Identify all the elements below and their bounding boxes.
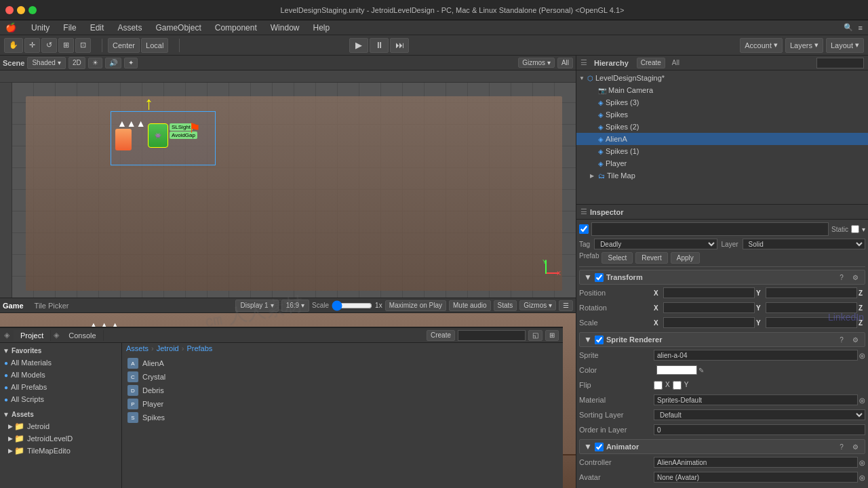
play-button[interactable]: ▶: [349, 38, 368, 53]
project-tab[interactable]: Project: [14, 330, 51, 341]
scale-x[interactable]: 1: [663, 317, 755, 328]
tile-picker-tab[interactable]: Tile Picker: [35, 302, 69, 310]
avatar-obj-icon[interactable]: ◎: [859, 474, 865, 481]
hierarchy-create[interactable]: Create: [637, 58, 665, 68]
scale-slider[interactable]: [332, 301, 372, 310]
hier-item-leveldesign[interactable]: ▼ ⬡ LevelDesignStaging*: [576, 72, 868, 84]
hier-item-spikes1[interactable]: ◈ Spikes (1): [576, 145, 868, 157]
account-dropdown[interactable]: Account ▾: [740, 38, 783, 53]
menu-assets[interactable]: Assets: [115, 22, 144, 34]
pause-button[interactable]: ⏸: [370, 38, 389, 53]
mute-btn[interactable]: Mute audio: [449, 300, 490, 311]
center-button[interactable]: Center: [108, 38, 140, 53]
color-swatch[interactable]: [656, 365, 697, 375]
aspect-dropdown[interactable]: 16:9 ▾: [281, 300, 309, 312]
search-icon[interactable]: 🔍: [844, 23, 853, 32]
layer-dropdown[interactable]: Solid: [743, 239, 865, 249]
menu-window[interactable]: Window: [268, 22, 302, 34]
rotation-x[interactable]: 0: [663, 302, 755, 313]
menu-unity[interactable]: Unity: [28, 22, 52, 34]
stats-btn[interactable]: Stats: [494, 300, 517, 311]
step-button[interactable]: ⏭: [390, 38, 409, 53]
controller-input[interactable]: [654, 457, 858, 468]
minimize-button[interactable]: [17, 6, 25, 14]
sprite-check[interactable]: [595, 336, 604, 344]
favorites-header[interactable]: ▼ Favorites: [0, 344, 121, 357]
proj-icon-btn-2[interactable]: ⊞: [545, 330, 559, 341]
controller-obj-icon[interactable]: ◎: [859, 459, 865, 466]
transform-icon-1[interactable]: ?: [836, 272, 847, 283]
assets-header[interactable]: ▼ Assets: [0, 408, 121, 420]
hier-item-tilemap[interactable]: ▶ 🗂 Tile Map: [576, 169, 868, 182]
rotation-y[interactable]: 0: [766, 302, 857, 313]
maximize-btn[interactable]: Maximize on Play: [385, 300, 446, 311]
window-controls[interactable]: [5, 6, 37, 14]
material-obj-icon[interactable]: ◎: [859, 396, 865, 404]
active-checkbox[interactable]: [579, 224, 589, 234]
transform-icon-2[interactable]: ⚙: [850, 272, 861, 283]
game-gizmos-btn[interactable]: Gizmos ▾: [519, 300, 556, 310]
hier-item-spikes[interactable]: ◈ Spikes: [576, 108, 868, 121]
sprite-renderer-header[interactable]: ▼ Sprite Renderer ? ⚙: [579, 332, 865, 347]
flip-y[interactable]: [673, 381, 682, 390]
move-tool[interactable]: ✛: [24, 38, 40, 53]
proj-icon-btn-1[interactable]: ◱: [528, 330, 542, 341]
project-search[interactable]: [458, 330, 526, 341]
all-materials-item[interactable]: ● All Materials: [0, 357, 121, 369]
assets-jetroid-item[interactable]: ▶ 📁 Jetroid: [0, 420, 121, 432]
layout-dropdown[interactable]: Layout ▾: [826, 38, 864, 53]
apply-btn[interactable]: Apply: [671, 252, 700, 264]
sprite-input[interactable]: [654, 350, 858, 361]
menu-gameobject[interactable]: GameObject: [153, 22, 203, 34]
scene-content[interactable]: ▲▲▲ 👾 SLSight AvoidGap ↑: [12, 83, 576, 298]
animator-header[interactable]: ▼ Animator ? ⚙: [579, 439, 865, 454]
bread-jetroid[interactable]: Jetroid: [157, 344, 179, 352]
scene-fx-btn[interactable]: ✦: [124, 58, 138, 68]
order-input[interactable]: [654, 424, 865, 435]
scene-lighting-btn[interactable]: ☀: [88, 58, 102, 68]
static-checkbox[interactable]: [851, 225, 859, 233]
rotate-tool[interactable]: ↺: [41, 38, 57, 53]
player-obj[interactable]: [115, 129, 132, 150]
hier-item-spikes2[interactable]: ◈ Spikes (2): [576, 121, 868, 133]
layers-dropdown[interactable]: Layers ▾: [785, 38, 823, 53]
sprite-icon-2[interactable]: ⚙: [850, 334, 861, 345]
menu-help[interactable]: Help: [310, 22, 332, 34]
revert-btn[interactable]: Revert: [635, 252, 667, 264]
assets-tilemap-item[interactable]: ▶ 📁 TileMapEdito: [0, 445, 121, 457]
static-arrow[interactable]: ▾: [862, 226, 865, 233]
transform-check[interactable]: [595, 273, 604, 282]
bread-prefabs[interactable]: Prefabs: [186, 344, 212, 352]
apple-menu[interactable]: 🍎: [5, 22, 16, 33]
obj-name-input[interactable]: AlienA: [591, 222, 829, 236]
maximize-button[interactable]: [28, 6, 37, 14]
avatar-input[interactable]: [654, 472, 858, 483]
asset-aliena[interactable]: A AlienA: [125, 357, 560, 370]
sprite-icon-1[interactable]: ?: [836, 334, 847, 345]
color-picker-icon[interactable]: ✎: [698, 367, 704, 374]
rect-tool[interactable]: ⊡: [75, 38, 91, 53]
project-create-btn[interactable]: Create: [427, 330, 455, 341]
hand-tool[interactable]: ✋: [4, 38, 23, 53]
animator-icon-1[interactable]: ?: [836, 441, 847, 452]
gizmos-dropdown[interactable]: Gizmos ▾: [518, 58, 555, 68]
scene-audio-btn[interactable]: 🔊: [105, 58, 121, 68]
sorting-layer-dropdown[interactable]: Default: [654, 409, 865, 420]
animator-icon-2[interactable]: ⚙: [850, 441, 861, 452]
alien-obj[interactable]: 👾 SLSight AvoidGap: [148, 123, 168, 148]
hier-item-player[interactable]: ◈ Player: [576, 157, 868, 169]
position-x[interactable]: 170.99: [663, 287, 755, 298]
spikes-obj[interactable]: ▲▲▲: [117, 118, 146, 129]
transform-header[interactable]: ▼ Transform ? ⚙: [579, 270, 865, 285]
assets-jetroidlevel-item[interactable]: ▶ 📁 JetroidLevelD: [0, 432, 121, 445]
all-scripts-item[interactable]: ● All Scripts: [0, 393, 121, 405]
hier-item-spikes3[interactable]: ◈ Spikes (3): [576, 96, 868, 108]
hier-item-maincamera[interactable]: 📷 Main Camera: [576, 84, 868, 96]
all-layers-btn[interactable]: All: [557, 58, 573, 68]
all-prefabs-item[interactable]: ● All Prefabs: [0, 381, 121, 393]
scale-tool[interactable]: ⊞: [58, 38, 74, 53]
console-tab[interactable]: Console: [62, 330, 103, 341]
close-button[interactable]: [5, 6, 14, 14]
flag-obj[interactable]: ⚑: [189, 120, 201, 136]
asset-debris[interactable]: D Debris: [125, 384, 560, 397]
